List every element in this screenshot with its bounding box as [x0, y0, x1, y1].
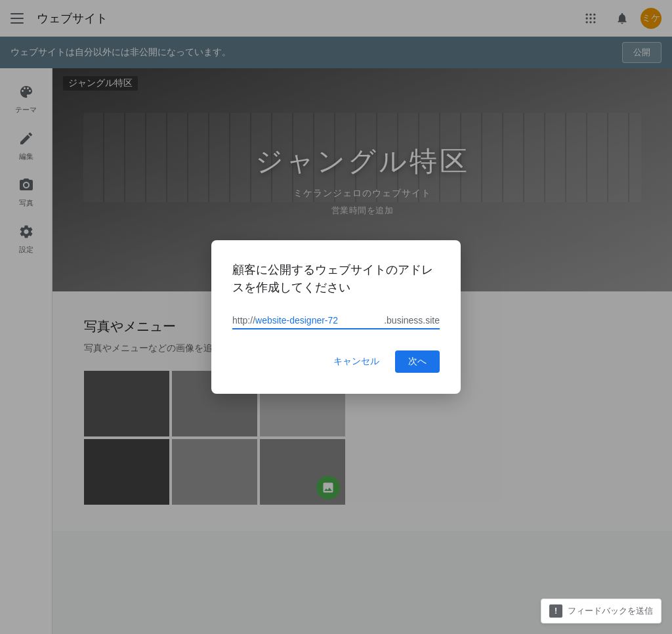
dialog-title: 顧客に公開するウェブサイトのアドレスを作成してください [232, 261, 440, 297]
url-suffix: .business.site [384, 315, 440, 326]
url-input-row: http:// .business.site [232, 315, 440, 329]
feedback-button[interactable]: ! フィードバックを送信 [541, 599, 662, 623]
next-button[interactable]: 次へ [395, 350, 440, 373]
cancel-button[interactable]: キャンセル [323, 350, 390, 373]
url-prefix: http:// [232, 315, 255, 326]
feedback-icon: ! [549, 604, 562, 618]
dialog-actions: キャンセル 次へ [232, 350, 440, 373]
feedback-label: フィードバックを送信 [568, 605, 653, 617]
url-input[interactable] [255, 315, 384, 326]
dialog: 顧客に公開するウェブサイトのアドレスを作成してください http:// .bus… [211, 240, 461, 394]
overlay: 顧客に公開するウェブサイトのアドレスを作成してください http:// .bus… [0, 0, 672, 634]
